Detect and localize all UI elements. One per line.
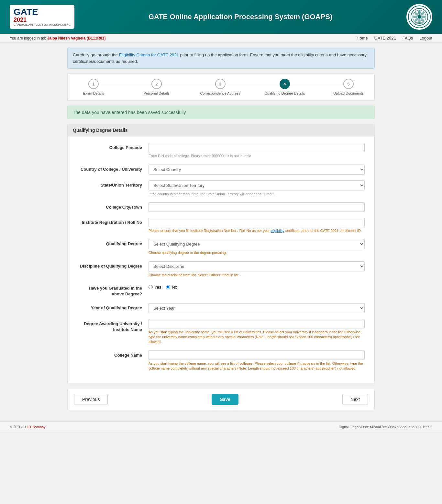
year-select[interactable]: Select Year [149, 303, 365, 313]
pincode-label: College Pincode [77, 143, 149, 151]
step-3: 3 Correspondence Address [200, 79, 240, 96]
country-select[interactable]: Select Country India Other [149, 165, 365, 175]
year-row: Year of Qualifying Degree Select Year [77, 303, 365, 313]
footer-fingerprint: Digital Finger-Print: f42aad7ce398a7d58b… [339, 425, 432, 429]
step-3-circle: 3 [215, 79, 226, 89]
university-label: Degree Awarding University / Institute N… [77, 319, 149, 333]
qualifying-degree-row: Qualifying Degree Select Qualifying Degr… [77, 239, 365, 255]
svg-point-4 [421, 16, 426, 18]
step-1-label: Exam Details [83, 91, 104, 96]
nav-home[interactable]: Home [357, 36, 368, 40]
college-name-label: College Name [77, 350, 149, 358]
step-5: 5 Upload Documents [329, 79, 368, 96]
main-container: Carefully go through the Eligibility Cri… [62, 43, 380, 415]
copyright-text: © 2020-21 [10, 425, 28, 429]
university-input[interactable] [149, 319, 365, 328]
country-row: Country of College / University Select C… [77, 165, 365, 175]
step-2-circle: 2 [151, 79, 162, 89]
nav-logout[interactable]: Logout [419, 36, 432, 40]
logo-subtitle: GRADUATE APTITUDE TEST IN ENGINEERING [14, 23, 71, 26]
nav-bar: You are logged in as: Jalpa Nilesh Vaghe… [0, 34, 442, 43]
qualifying-degree-select[interactable]: Select Qualifying Degree [149, 239, 365, 249]
graduated-no-option[interactable]: No [166, 285, 177, 290]
qualifying-degree-hint: Choose qualifying degree or the degree p… [149, 250, 365, 255]
discipline-select[interactable]: Select Discipline [149, 261, 365, 271]
graduated-field: Yes No [149, 283, 365, 290]
country-field: Select Country India Other [149, 165, 365, 175]
form-body: College Pincode Enter PIN code of colleg… [68, 136, 374, 383]
info-banner: Carefully go through the Eligibility Cri… [67, 48, 375, 69]
app-title: GATE Online Application Processing Syste… [149, 13, 332, 21]
nav-faqs[interactable]: FAQs [403, 36, 413, 40]
iit-bombay-link[interactable]: IIT Bombay [28, 425, 46, 429]
year-label: Year of Qualifying Degree [77, 303, 149, 311]
user-name-link[interactable]: Jalpa Nilesh Vaghela (B111R81) [47, 36, 106, 40]
info-text-before: Carefully go through the [73, 52, 119, 57]
eligibility-link[interactable]: Eligibility Criteria for GATE 2021 [119, 52, 179, 57]
graduated-yes-label: Yes [154, 285, 161, 290]
qualifying-degree-label: Qualifying Degree [77, 239, 149, 247]
country-label: Country of College / University [77, 165, 149, 172]
step-2-label: Personal Details [144, 91, 170, 96]
step-5-circle: 5 [343, 79, 354, 89]
state-select[interactable]: Select State/Union Territory [149, 180, 365, 190]
discipline-row: Discipline of Qualifying Degree Select D… [77, 261, 365, 278]
iit-emblem: IIT BOMBAY [406, 4, 432, 30]
pincode-row: College Pincode Enter PIN code of colleg… [77, 143, 365, 158]
buttons-bar: Previous Save Next [67, 389, 375, 410]
nav-links: Home GATE 2021 FAQs Logout [357, 36, 432, 40]
graduated-yes-radio[interactable] [149, 285, 153, 289]
graduated-radio-group: Yes No [149, 283, 365, 290]
city-row: College City/Town [77, 202, 365, 212]
university-field: As you start typing the university name,… [149, 319, 365, 345]
nav-gate2021[interactable]: GATE 2021 [374, 36, 396, 40]
save-button[interactable]: Save [212, 394, 238, 405]
year-field: Select Year [149, 303, 365, 313]
svg-point-10 [417, 15, 421, 18]
college-name-row: College Name As you start typing the col… [77, 350, 365, 371]
logo-year-text: 2021 [14, 17, 71, 23]
college-name-hint: As you start typing the college name, yo… [149, 361, 365, 371]
discipline-label: Discipline of Qualifying Degree [77, 261, 149, 269]
app-header: GATE 2021 GRADUATE APTITUDE TEST IN ENGI… [0, 0, 442, 34]
university-row: Degree Awarding University / Institute N… [77, 319, 365, 345]
next-button[interactable]: Next [342, 394, 368, 405]
step-3-label: Correspondence Address [200, 91, 240, 96]
state-field: Select State/Union Territory If the coun… [149, 180, 365, 197]
step-4-label: Qualifying Degree Details [264, 91, 305, 96]
fingerprint-value: f42aad7ce398a7d58bd6d8d300015595 [370, 425, 432, 429]
rollno-input[interactable] [149, 218, 365, 227]
success-banner: The data you have entered has been saved… [67, 106, 375, 119]
emblem-circle: IIT BOMBAY [408, 6, 431, 28]
state-hint: If the country is other than India, the … [149, 192, 365, 197]
logo-gate-text: GATE [14, 7, 71, 17]
nav-user-info: You are logged in as: Jalpa Nilesh Vaghe… [10, 36, 105, 40]
eligibility-link-2[interactable]: eligibility [271, 229, 284, 233]
university-hint: As you start typing the university name,… [149, 330, 365, 345]
form-section-title: Qualifying Degree Details [68, 124, 374, 136]
qualifying-degree-form: Qualifying Degree Details College Pincod… [67, 124, 375, 384]
svg-text:IIT BOMBAY: IIT BOMBAY [415, 22, 424, 24]
step-1-circle: 1 [88, 79, 99, 89]
discipline-field: Select Discipline Choose the discipline … [149, 261, 365, 278]
step-4-circle: 4 [280, 79, 290, 89]
graduated-label: Have you Graduated in the above Degree? [77, 283, 149, 297]
pincode-input[interactable] [149, 143, 365, 152]
discipline-hint: Choose the discipline from list. Select … [149, 273, 365, 278]
college-name-input[interactable] [149, 350, 365, 360]
success-message: The data you have entered has been saved… [73, 110, 186, 115]
fingerprint-label: Digital Finger-Print: [339, 425, 369, 429]
graduated-row: Have you Graduated in the above Degree? … [77, 283, 365, 297]
previous-button[interactable]: Previous [74, 394, 108, 405]
graduated-no-radio[interactable] [166, 285, 170, 289]
qualifying-degree-field: Select Qualifying Degree Choose qualifyi… [149, 239, 365, 255]
rollno-field: Please ensure that you fill Institute Re… [149, 218, 365, 233]
city-input[interactable] [149, 202, 365, 212]
graduated-yes-option[interactable]: Yes [149, 285, 161, 290]
college-name-field: As you start typing the college name, yo… [149, 350, 365, 371]
rollno-label: Institute Registration / Roll No [77, 218, 149, 225]
rollno-hint-after: certificate and not the GATE 2021 enroll… [284, 229, 361, 233]
state-row: State/Union Territory Select State/Union… [77, 180, 365, 197]
rollno-row: Institute Registration / Roll No Please … [77, 218, 365, 233]
step-4: 4 Qualifying Degree Details [264, 79, 305, 96]
